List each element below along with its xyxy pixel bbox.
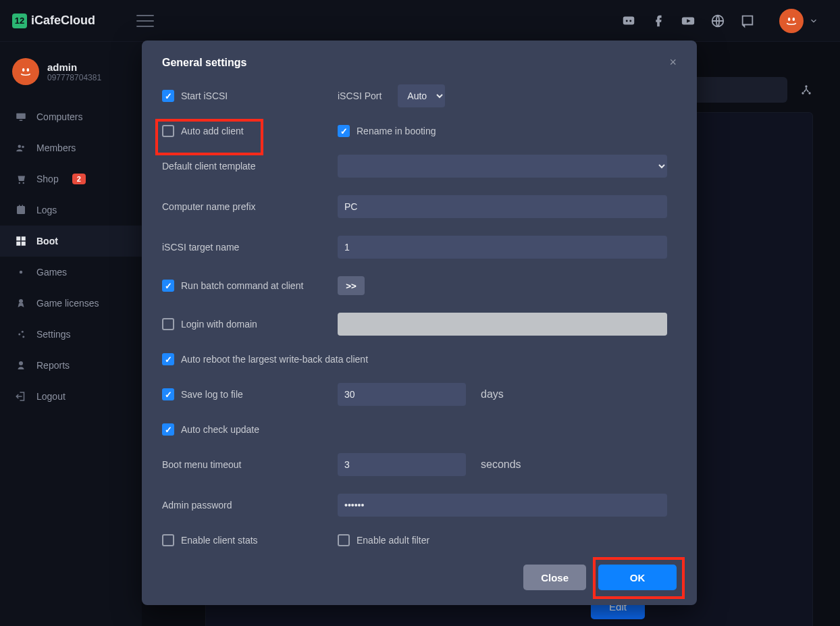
sidebar-item-label: Games [36, 267, 67, 278]
domain-input [338, 313, 667, 336]
sidebar-item-label: Settings [36, 329, 71, 340]
save-log-label: Save log to file [181, 389, 243, 400]
svg-point-26 [22, 336, 24, 338]
shop-badge: 2 [72, 174, 86, 184]
sidebar-item-label: Computers [36, 111, 82, 122]
sidebar-item-label: Members [36, 142, 76, 153]
sidebar: admin 097778704381 Computers Members Sho… [0, 42, 142, 626]
svg-rect-6 [793, 18, 795, 21]
default-client-template-label: Default client template [162, 161, 338, 172]
svg-rect-19 [22, 236, 26, 240]
iscsi-port-select[interactable]: Auto [398, 84, 445, 107]
svg-rect-21 [22, 242, 26, 246]
iscsi-target-name-input[interactable] [338, 236, 667, 259]
sidebar-item-boot[interactable]: Boot [0, 226, 142, 257]
avatar-icon [12, 58, 39, 85]
close-icon[interactable]: × [669, 55, 677, 70]
save-log-checkbox[interactable]: Save log to file [162, 388, 338, 400]
run-batch-label: Run batch command at client [181, 280, 303, 291]
start-iscsi-checkbox[interactable]: Start iSCSI [162, 90, 338, 102]
svg-point-24 [22, 331, 24, 333]
general-settings-modal: General settings × Start iSCSI iSCSI Por… [142, 41, 697, 605]
auto-add-client-label: Auto add client [181, 126, 244, 136]
sidebar-item-game-licenses[interactable]: Game licenses [0, 288, 142, 319]
svg-point-27 [19, 361, 23, 365]
sidebar-item-members[interactable]: Members [0, 132, 142, 163]
sidebar-item-label: Boot [36, 236, 58, 246]
svg-point-14 [23, 182, 24, 184]
topbar: 12 iCafeCloud [0, 0, 840, 42]
sidebar-item-label: Reports [36, 360, 70, 371]
avatar-icon [779, 9, 804, 33]
facebook-icon[interactable] [651, 14, 666, 28]
sidebar-item-games[interactable]: Games [0, 257, 142, 288]
user-block[interactable]: admin 097778704381 [0, 47, 142, 96]
svg-rect-18 [16, 236, 20, 240]
close-button[interactable]: Close [523, 565, 586, 590]
sidebar-item-reports[interactable]: Reports [0, 350, 142, 381]
sidebar-item-label: Logout [36, 391, 65, 402]
svg-rect-16 [19, 205, 20, 207]
svg-point-23 [19, 299, 23, 303]
svg-point-30 [805, 85, 807, 87]
auto-reboot-checkbox[interactable]: Auto reboot the largest write-back data … [162, 353, 677, 365]
admin-password-label: Admin password [162, 500, 338, 511]
svg-point-12 [22, 146, 24, 149]
admin-password-input[interactable] [338, 494, 667, 517]
computer-name-prefix-input[interactable] [338, 195, 667, 218]
svg-point-11 [18, 145, 22, 149]
discord-icon[interactable] [621, 14, 636, 28]
docs-icon[interactable] [740, 14, 755, 28]
brand-mark-icon: 12 [12, 14, 27, 28]
user-menu[interactable] [779, 9, 818, 33]
computer-name-prefix-label: Computer name prefix [162, 201, 338, 212]
batch-expand-button[interactable]: >> [338, 276, 365, 295]
enable-adult-filter-checkbox[interactable]: Enable adult filter [338, 534, 677, 546]
brand-name: iCafeCloud [31, 14, 95, 28]
default-client-template-select[interactable] [338, 155, 667, 178]
iscsi-target-name-label: iSCSI target name [162, 242, 338, 253]
svg-rect-0 [623, 16, 635, 24]
modal-title: General settings [162, 57, 246, 69]
svg-rect-17 [22, 205, 24, 207]
network-icon[interactable] [799, 83, 813, 97]
sidebar-item-logs[interactable]: Logs [0, 194, 142, 226]
sidebar-item-label: Shop [36, 174, 59, 184]
chevron-down-icon [809, 16, 818, 26]
auto-check-update-label: Auto check update [181, 424, 259, 435]
sidebar-item-shop[interactable]: Shop2 [0, 163, 142, 194]
svg-rect-7 [22, 68, 24, 72]
globe-icon[interactable] [710, 14, 725, 28]
svg-point-2 [629, 20, 631, 22]
brand-logo[interactable]: 12 iCafeCloud [12, 14, 95, 28]
save-log-unit: days [481, 388, 504, 400]
enable-adult-filter-label: Enable adult filter [357, 535, 429, 546]
run-batch-checkbox[interactable]: Run batch command at client [162, 280, 338, 292]
svg-point-25 [18, 334, 20, 336]
svg-point-22 [20, 271, 23, 274]
svg-point-1 [626, 20, 628, 22]
sidebar-item-computers[interactable]: Computers [0, 101, 142, 132]
youtube-icon[interactable] [681, 14, 695, 28]
svg-rect-10 [20, 120, 23, 122]
svg-point-29 [808, 92, 810, 94]
boot-menu-timeout-input[interactable] [338, 453, 466, 476]
sidebar-item-label: Game licenses [36, 298, 99, 309]
rename-in-booting-checkbox[interactable]: Rename in booting [338, 125, 677, 137]
svg-rect-5 [788, 18, 790, 21]
sidebar-item-logout[interactable]: Logout [0, 381, 142, 412]
save-log-days-input[interactable] [338, 383, 466, 406]
enable-client-stats-checkbox[interactable]: Enable client stats [162, 534, 338, 546]
hamburger-icon[interactable] [136, 15, 154, 27]
sidebar-item-label: Logs [36, 205, 57, 215]
auto-add-client-checkbox[interactable]: Auto add client [162, 125, 338, 137]
auto-check-update-checkbox[interactable]: Auto check update [162, 423, 677, 436]
ok-button[interactable]: OK [598, 565, 677, 590]
user-id: 097778704381 [47, 73, 101, 82]
svg-rect-15 [17, 206, 25, 214]
login-with-domain-label: Login with domain [181, 319, 257, 330]
svg-point-28 [802, 92, 804, 94]
login-with-domain-checkbox[interactable]: Login with domain [162, 318, 338, 330]
sidebar-item-settings[interactable]: Settings [0, 319, 142, 350]
rename-in-booting-label: Rename in booting [357, 126, 436, 136]
